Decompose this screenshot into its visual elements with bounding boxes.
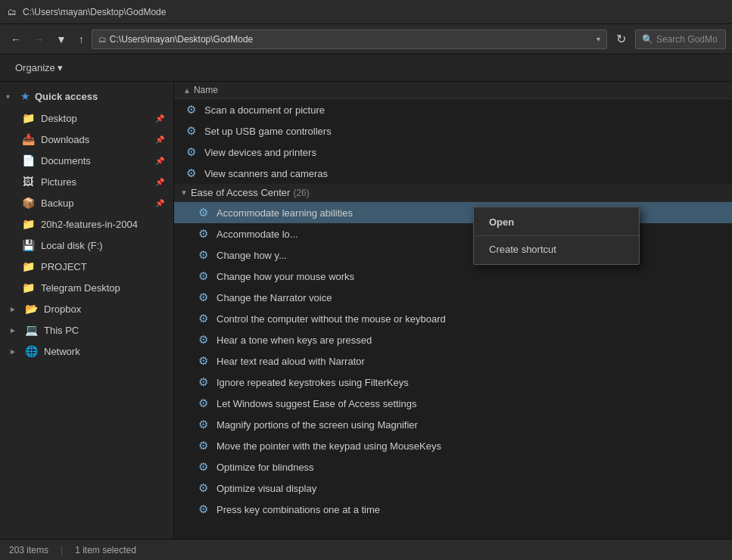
- item-gear-icon: ⚙: [195, 502, 210, 517]
- address-dropdown-icon: ▾: [597, 35, 600, 43]
- item-gear-icon: ⚙: [183, 102, 198, 117]
- back-button[interactable]: ←: [6, 30, 26, 48]
- organize-bar: Organize ▾: [0, 54, 732, 82]
- file-row[interactable]: ⚙ Scan a document or picture: [174, 99, 732, 120]
- file-row[interactable]: ⚙ Change the Narrator voice: [174, 287, 732, 308]
- address-bar[interactable]: 🗂 C:\Users\mayan\Desktop\GodMode ▾: [92, 30, 607, 49]
- sidebar-item-network[interactable]: ► 🌐 Network: [0, 341, 173, 362]
- file-row-selected[interactable]: ⚙ Accommodate learning abilities: [174, 202, 732, 223]
- telegram-folder-icon: 📁: [21, 281, 35, 294]
- file-name: Let Windows suggest Ease of Access setti…: [216, 398, 416, 409]
- file-row[interactable]: ⚙ Hear a tone when keys are pressed: [174, 329, 732, 350]
- sidebar-item-dropbox[interactable]: ► 📂 Dropbox: [0, 298, 173, 319]
- organize-label: Organize: [15, 62, 55, 73]
- context-menu-open[interactable]: Open: [474, 210, 639, 234]
- sidebar-item-pictures[interactable]: 🖼 Pictures 📌: [0, 171, 173, 192]
- column-name-label: Name: [194, 85, 218, 95]
- sidebar-item-label: 20h2-features-in-2004: [41, 219, 164, 230]
- refresh-button[interactable]: ↻: [610, 29, 632, 49]
- search-input[interactable]: [656, 34, 717, 45]
- item-gear-icon: ⚙: [195, 375, 210, 390]
- file-name: View scanners and cameras: [204, 168, 328, 179]
- project-folder-icon: 📁: [21, 260, 35, 273]
- search-icon: 🔍: [642, 34, 653, 45]
- search-box[interactable]: 🔍: [635, 30, 726, 49]
- file-row[interactable]: ⚙ Change how your mouse works: [174, 266, 732, 287]
- file-row[interactable]: ⚙ Change how y...: [174, 244, 732, 266]
- item-gear-icon: ⚙: [195, 438, 210, 453]
- quick-access-star-icon: ★: [18, 89, 32, 103]
- forward-button[interactable]: →: [29, 30, 48, 48]
- context-menu: Open Create shortcut: [473, 207, 640, 265]
- sidebar-item-label: Documents: [41, 155, 149, 166]
- backup-folder-icon: 📦: [21, 196, 35, 210]
- sidebar-item-downloads[interactable]: 📥 Downloads 📌: [0, 129, 173, 150]
- sidebar-item-label: Network: [44, 346, 164, 357]
- desktop-folder-icon: 📁: [21, 111, 35, 125]
- up-button[interactable]: ↑: [74, 30, 89, 48]
- sidebar-item-20h2[interactable]: 📁 20h2-features-in-2004: [0, 213, 173, 235]
- sidebar-item-localdisk[interactable]: 💾 Local disk (F:): [0, 235, 173, 256]
- file-name: Accommodate lo...: [216, 229, 298, 240]
- file-list: ▲ Name ⚙ Scan a document or picture ⚙ Se…: [174, 82, 732, 539]
- documents-folder-icon: 📄: [21, 154, 35, 167]
- sort-icon: ▲: [183, 86, 191, 95]
- app-icon: 🗂: [6, 6, 18, 18]
- file-row[interactable]: ⚙ Optimize visual display: [174, 478, 732, 499]
- file-row[interactable]: ⚙ Ignore repeated keystrokes using Filte…: [174, 372, 732, 393]
- item-gear-icon: ⚙: [195, 269, 210, 284]
- file-row[interactable]: ⚙ Move the pointer with the keypad using…: [174, 435, 732, 456]
- dropbox-icon: 📂: [24, 302, 38, 316]
- file-row[interactable]: ⚙ Optimize for blindness: [174, 456, 732, 478]
- item-gear-icon: ⚙: [195, 247, 210, 263]
- file-name: Hear a tone when keys are pressed: [216, 334, 372, 346]
- context-menu-separator: [474, 235, 639, 236]
- window-title: C:\Users\mayan\Desktop\GodMode: [23, 7, 166, 17]
- file-name: Hear text read aloud with Narrator: [216, 356, 365, 367]
- file-row[interactable]: ⚙ Accommodate lo...: [174, 223, 732, 244]
- main-content: ▾ ★ Quick access 📁 Desktop 📌 📥 Downloads…: [0, 82, 732, 539]
- sidebar-section-quick-access[interactable]: ▾ ★ Quick access: [0, 85, 173, 107]
- pictures-folder-icon: 🖼: [21, 175, 35, 188]
- file-name: Change how your mouse works: [216, 271, 354, 282]
- thispc-chevron-icon: ►: [9, 326, 18, 334]
- item-gear-icon: ⚙: [195, 311, 210, 326]
- file-name: Change how y...: [216, 250, 287, 261]
- file-row[interactable]: ⚙ Hear text read aloud with Narrator: [174, 350, 732, 372]
- address-icon: 🗂: [98, 35, 107, 44]
- file-name: Accommodate learning abilities: [216, 207, 353, 219]
- sidebar-item-label: Telegram Desktop: [41, 282, 164, 294]
- context-menu-create-shortcut[interactable]: Create shortcut: [474, 238, 639, 261]
- item-gear-icon: ⚙: [195, 226, 210, 241]
- category-row-ease-of-access[interactable]: ▼ Ease of Access Center (26): [174, 184, 732, 202]
- file-row[interactable]: ⚙ Press key combinations one at a time: [174, 499, 732, 520]
- file-name: Optimize for blindness: [216, 462, 314, 473]
- file-row[interactable]: ⚙ Control the computer without the mouse…: [174, 308, 732, 329]
- sidebar-item-backup[interactable]: 📦 Backup 📌: [0, 192, 173, 213]
- organize-button[interactable]: Organize ▾: [9, 59, 69, 76]
- file-name: Change the Narrator voice: [216, 292, 332, 303]
- pin-icon: 📌: [155, 135, 164, 144]
- pin-icon: 📌: [155, 199, 164, 207]
- sidebar-item-project[interactable]: 📁 PROJECT: [0, 256, 173, 277]
- file-name: Set up USB game controllers: [204, 126, 332, 137]
- sidebar-item-documents[interactable]: 📄 Documents 📌: [0, 150, 173, 171]
- recent-locations-button[interactable]: ▼: [51, 30, 71, 48]
- file-row[interactable]: ⚙ Magnify portions of the screen using M…: [174, 414, 732, 435]
- item-gear-icon: ⚙: [195, 396, 210, 411]
- address-text: C:\Users\mayan\Desktop\GodMode: [110, 34, 593, 45]
- item-gear-icon: ⚙: [195, 459, 210, 474]
- sidebar-item-telegram[interactable]: 📁 Telegram Desktop: [0, 277, 173, 298]
- file-row[interactable]: ⚙ Set up USB game controllers: [174, 120, 732, 142]
- file-name: Ignore repeated keystrokes using FilterK…: [216, 377, 409, 388]
- item-gear-icon: ⚙: [183, 145, 198, 160]
- item-gear-icon: ⚙: [183, 166, 198, 181]
- sidebar-item-thispc[interactable]: ► 💻 This PC: [0, 319, 173, 341]
- sidebar-item-desktop[interactable]: 📁 Desktop 📌: [0, 107, 173, 129]
- file-row[interactable]: ⚙ View devices and printers: [174, 142, 732, 163]
- sidebar-item-label: This PC: [44, 325, 164, 336]
- file-row[interactable]: ⚙ Let Windows suggest Ease of Access set…: [174, 393, 732, 414]
- network-chevron-icon: ►: [9, 347, 18, 356]
- ease-of-access-chevron-icon: ▼: [180, 188, 188, 197]
- file-row[interactable]: ⚙ View scanners and cameras: [174, 163, 732, 184]
